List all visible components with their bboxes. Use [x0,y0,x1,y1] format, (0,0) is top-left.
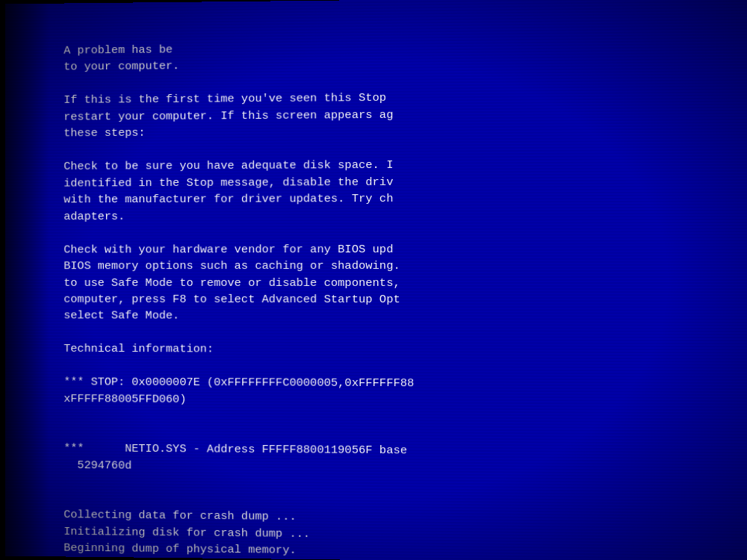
bsod-text-block: A problem has be to your computer. If th… [63,36,737,560]
bsod-content-area: A problem has be to your computer. If th… [5,0,747,560]
bsod-screen: A problem has be to your computer. If th… [5,0,747,560]
